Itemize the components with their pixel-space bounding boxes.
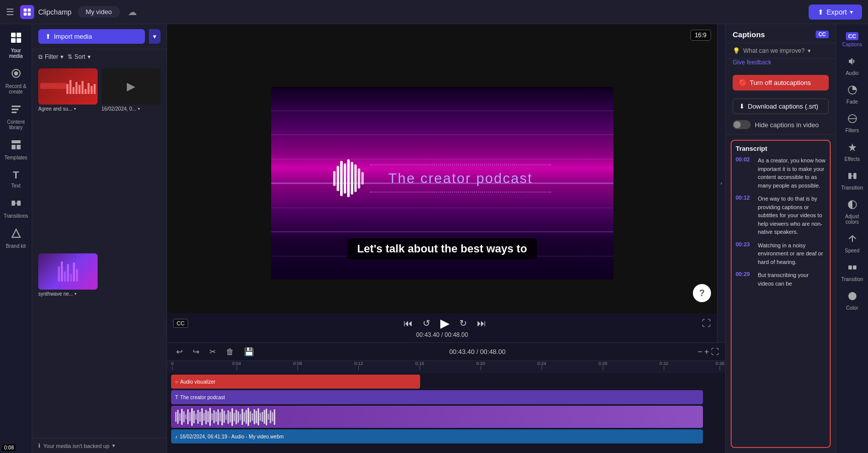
export-button[interactable]: ⬆ Export ▾ [809,5,862,20]
track-icon-music: ♪ [175,434,178,439]
sort-button[interactable]: ⇅ Sort ▾ [67,53,91,60]
improve-feedback-row[interactable]: 💡 What can we improve? ▾ [726,43,836,59]
right-sidebar-item-transition[interactable]: Transition [838,167,867,195]
sidebar-item-text[interactable]: T Text [2,165,31,193]
track-audio-visualizer[interactable]: ○ Audio visualizer [171,375,420,389]
timeline-time-display: 00:43.40 / 00:48.00 [261,348,693,355]
right-sidebar-item-audio[interactable]: Audio [838,52,867,80]
info-icon: ℹ [38,442,40,449]
right-collapse-handle[interactable]: › [717,24,725,342]
save-button[interactable]: 💾 [241,346,257,357]
zoom-out-button[interactable]: − [697,347,702,356]
skip-back-button[interactable]: ⏮ [404,318,413,329]
give-feedback-link[interactable]: Give feedback [726,59,836,70]
fullscreen-button[interactable]: ⛶ [702,318,711,329]
redo-button[interactable]: ↪ [190,346,202,357]
content-library-icon [11,104,22,117]
label-chevron-3: ▾ [74,292,76,296]
zoom-in-button[interactable]: + [704,347,709,356]
captions-title: Captions [733,30,765,39]
svg-rect-0 [24,9,27,12]
svg-rect-3 [28,13,31,16]
sidebar-item-transitions[interactable]: Transitions [2,194,31,223]
hide-captions-toggle[interactable] [733,120,751,129]
color-rs-icon [847,291,857,304]
sidebar-item-brand-kit[interactable]: Brand kit [2,224,31,253]
right-sidebar-label-transition2: Transition [841,277,863,282]
right-sidebar-item-effects[interactable]: Effects [838,138,867,166]
main-layout: Your media Record & create Content libra… [0,24,868,453]
media-thumb-1 [38,68,98,105]
media-item[interactable]: ▶ 0:47 16/02/2024, 0... ▾ [102,68,161,249]
rewind-button[interactable]: ↺ [423,318,430,329]
filter-icon: ⧉ [38,53,43,60]
track-audio-file[interactable]: ♪ 16/02/2024, 06:41:19 - Audio - My vide… [171,429,703,443]
ruler-mark-4: 0:04 [232,361,241,370]
aspect-ratio-badge: 16:9 [690,30,711,39]
media-item[interactable]: 0:10 Agree and su... ▾ [38,68,98,249]
media-thumb-2: ▶ [102,68,161,105]
sidebar-item-templates[interactable]: Templates [2,135,31,164]
sidebar-item-record-create[interactable]: Record & create [2,64,31,99]
right-sidebar-item-captions[interactable]: CC Captions [838,28,867,51]
ruler-mark-16: 0:16 [415,361,424,370]
transcript-time-1: 00:02 [736,156,754,190]
timeline-toolbar: ↩ ↪ ✂ 🗑 💾 00:43.40 / 00:48.00 − + ⛶ [167,343,725,361]
forward-button[interactable]: ↻ [459,318,467,329]
turn-off-autocaptions-button[interactable]: 🔴 Turn off autocaptions [733,75,829,90]
import-dropdown-button[interactable]: ▾ [149,29,161,44]
skip-forward-button[interactable]: ⏭ [477,318,486,329]
sidebar-item-your-media[interactable]: Your media [2,28,31,63]
transcript-entry-2[interactable]: 00:12 One way to do that is by providing… [736,195,826,236]
right-sidebar-item-speed[interactable]: Speed [838,230,867,257]
zoom-controls: − + ⛶ [697,347,719,356]
ruler-mark-20: 0:20 [477,361,486,370]
svg-rect-2 [24,13,27,16]
right-sidebar-item-transition2[interactable]: Transition [838,258,867,286]
media-label-1: Agree and su... ▾ [38,106,98,112]
right-sidebar-label-audio: Audio [846,70,859,76]
sidebar-item-content-library[interactable]: Content library [2,100,31,134]
hamburger-menu[interactable]: ☰ [6,7,14,18]
right-sidebar-item-fade[interactable]: Fade [838,81,867,109]
filter-button[interactable]: ⧉ Filter ▾ [38,53,63,60]
transcript-entry-4[interactable]: 00:29 But transcribing your videos can b… [736,271,826,288]
download-captions-button[interactable]: ⬇ Download captions (.srt) [733,99,829,114]
transcript-text-3: Watching in a noisy environment or are d… [758,241,826,266]
timeline-fullscreen-button[interactable]: ⛶ [711,347,719,356]
ruler-mark-12: 0:12 [354,361,363,370]
undo-button[interactable]: ↩ [173,346,186,357]
sidebar-label-your-media: Your media [4,48,29,59]
label-chevron: ▾ [74,107,76,111]
record-create-icon [11,68,22,81]
transcript-entry-1[interactable]: 00:02 As a creator, you know how importa… [736,156,826,190]
svg-rect-13 [12,140,21,143]
right-sidebar: CC Captions Audio Fade Filters Effects [836,24,868,453]
right-sidebar-item-filters[interactable]: Filters [838,110,867,137]
right-sidebar-label-captions: Captions [842,42,862,47]
cut-button[interactable]: ✂ [206,346,219,357]
timeline-tracks: ○ Audio visualizer T The creator podcast [167,373,725,453]
play-button[interactable]: ▶ [440,316,449,330]
video-title-tab[interactable]: My video [77,6,120,18]
collapse-icon: › [721,180,722,186]
svg-rect-25 [848,265,852,269]
app-logo: Clipchamp [20,5,71,19]
right-sidebar-item-adjust[interactable]: Adjust colors [838,196,867,229]
import-media-button[interactable]: ⬆ Import media [38,29,145,44]
svg-point-9 [14,71,18,75]
help-button[interactable]: ? [693,284,711,302]
delete-button[interactable]: 🗑 [223,346,237,357]
video-preview: 16:9 [167,24,717,342]
transcript-entry-3[interactable]: 00:23 Watching in a noisy environment or… [736,241,826,266]
sort-icon: ⇅ [67,53,72,60]
ruler-mark-0: 0 [171,361,174,370]
track-creator-podcast[interactable]: T The creator podcast [171,390,703,404]
svg-rect-15 [17,145,21,149]
notice-chevron: ▾ [112,442,115,449]
right-sidebar-item-color[interactable]: Color [838,287,867,315]
track-main-audio[interactable] [171,406,703,428]
media-item[interactable]: 0:08 synthwave ne... ▾ [38,253,98,434]
right-sidebar-label-effects: Effects [844,156,859,162]
cc-toggle-button[interactable]: CC [173,319,188,328]
